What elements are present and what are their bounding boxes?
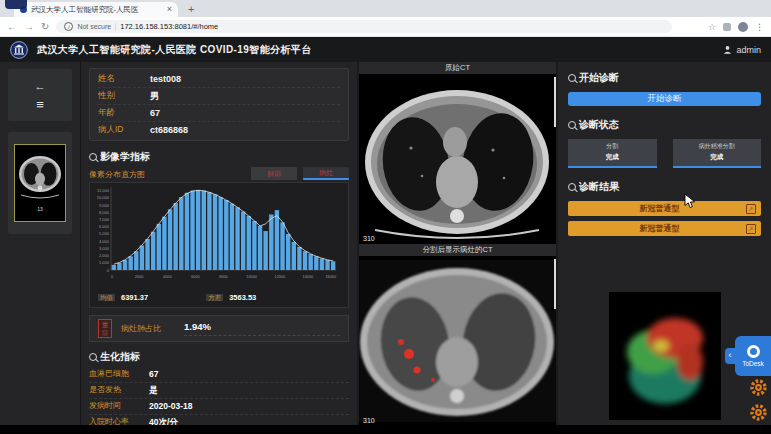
slice-number: 310	[363, 417, 375, 424]
diagnosis-status-card[interactable]: 分割完成	[568, 139, 657, 168]
histogram-bar	[112, 265, 116, 270]
viewport-scrollbar[interactable]	[554, 77, 557, 127]
info-icon[interactable]: i	[64, 22, 73, 31]
back-icon[interactable]: ←	[7, 21, 17, 32]
segmented-ct-image	[359, 256, 556, 426]
external-link-icon: ↗	[746, 224, 756, 234]
patient-row: 病人IDct686868	[98, 122, 340, 138]
biochem-row-label: 发病时间	[89, 401, 149, 411]
floating-gear-icon[interactable]	[748, 402, 769, 423]
histogram-bar	[179, 197, 183, 270]
viewport-scrollbar[interactable]	[554, 259, 557, 309]
bookmark-star-icon[interactable]: ☆	[708, 22, 716, 32]
x-axis-tick: 16000	[325, 275, 336, 279]
app-header: 武汉大学人工智能研究院-人民医院 COVID-19智能分析平台 admin	[0, 37, 771, 62]
biochem-row: 血淋巴细胞67	[89, 367, 349, 383]
lesion-ratio-value: 1.94%	[184, 321, 340, 336]
extension-icon[interactable]	[723, 23, 731, 31]
page-title: 武汉大学人工智能研究院-人民医院 COVID-19智能分析平台	[37, 43, 312, 57]
histogram-toggle[interactable]: 肺部	[251, 167, 297, 180]
forward-icon[interactable]: →	[24, 21, 34, 32]
tab-close-icon[interactable]: ×	[167, 5, 172, 14]
histogram-card: 11,00010,0009,0008,0007,0006,0005,0004,0…	[89, 182, 349, 308]
biochem-section-header: 生化指标	[89, 350, 349, 364]
magnifier-icon	[568, 183, 576, 191]
histogram-bar	[331, 261, 335, 270]
x-axis-tick: 2000	[135, 275, 143, 279]
browser-navbar: ← → ↻ i Not secure 172.16.158.153:8081/#…	[0, 17, 771, 37]
histogram-bar	[173, 203, 177, 270]
patient-row-label: 病人ID	[98, 124, 150, 136]
todesk-widget[interactable]: ToDesk	[735, 336, 771, 376]
y-axis-tick: 9,000	[99, 203, 110, 208]
y-axis-tick: 11,000	[97, 188, 110, 193]
magnifier-icon	[89, 153, 97, 161]
security-label: Not secure	[77, 23, 111, 30]
y-axis-tick: 3,000	[99, 246, 110, 251]
result-section-title: 诊断结果	[579, 180, 619, 194]
histogram-stat-label: 方差	[206, 294, 223, 301]
browser-tab-strip: 武汉大学人工智能研究院-人民医 × +	[0, 0, 771, 17]
start-section-title: 开始诊断	[579, 71, 619, 85]
patient-row-value: 男	[150, 90, 159, 103]
histogram-bar	[123, 260, 127, 270]
histogram-bar	[320, 258, 324, 270]
start-diagnosis-button[interactable]: 开始诊断	[568, 92, 761, 106]
browser-tab[interactable]: 武汉大学人工智能研究院-人民医 ×	[14, 2, 178, 17]
histogram-stat: 均值6391.37	[98, 286, 148, 304]
back-arrow-icon[interactable]: ←	[35, 81, 46, 92]
histogram-bar	[168, 209, 172, 270]
y-axis-tick: 0	[107, 268, 110, 273]
ct-viewer-panel: 原始CT 310 分割后显示病灶的CT	[357, 62, 558, 426]
todesk-logo-icon	[747, 345, 760, 358]
biochem-row-value: 67	[149, 369, 158, 380]
original-ct-label: 原始CT	[359, 62, 556, 74]
diagnosis-result-button[interactable]: 新冠普通型↗	[568, 201, 761, 216]
status-card-state: 完成	[568, 153, 657, 162]
lesion-3d-render[interactable]	[609, 292, 721, 420]
diagnosis-result-button[interactable]: 新冠普通型↗	[568, 221, 761, 236]
patient-row-value: test008	[150, 74, 181, 84]
user-menu[interactable]: admin	[723, 45, 761, 55]
segmented-ct-label: 分割后显示病灶的CT	[359, 244, 556, 256]
histogram-bar	[151, 232, 155, 270]
slice-number: 310	[363, 235, 375, 242]
histogram-bar	[314, 256, 318, 270]
diagnosis-status-card[interactable]: 病灶精准分割完成	[673, 139, 762, 168]
histogram-bar	[297, 247, 301, 270]
browser-actions: ☆ ⋮	[708, 22, 764, 32]
histogram-header-row: 像素分布直方图 肺部病灶	[89, 167, 349, 180]
y-axis-tick: 7,000	[99, 217, 110, 222]
histogram-bar	[213, 194, 217, 270]
histogram-bar	[235, 207, 239, 270]
patient-panel: 姓名test008性别男年龄67病人IDct686868 影像学指标 像素分布直…	[80, 62, 357, 426]
new-tab-button[interactable]: +	[188, 3, 194, 15]
browser-menu-icon[interactable]: ⋮	[755, 22, 764, 32]
histogram-bar	[145, 239, 149, 270]
histogram-bar	[325, 260, 329, 270]
segmented-ct-viewport[interactable]: 310	[359, 256, 556, 426]
thumbnail-index: 13	[37, 206, 43, 212]
patient-row-value: 67	[150, 108, 160, 118]
todesk-collapse-tab[interactable]: ‹	[725, 348, 735, 364]
histogram-bar	[292, 242, 296, 270]
profile-avatar[interactable]	[738, 22, 748, 32]
floating-gear-icon[interactable]	[748, 377, 769, 398]
histogram-bar	[190, 191, 194, 270]
ct-series-thumbnail[interactable]: 13	[14, 144, 66, 222]
original-ct-viewport[interactable]: 310	[359, 74, 556, 244]
histogram-subtitle: 像素分布直方图	[89, 169, 145, 180]
severity-badge: 重症	[98, 319, 112, 338]
histogram-toggle-group: 肺部病灶	[251, 167, 349, 180]
patient-row: 年龄67	[98, 105, 340, 122]
todesk-label: ToDesk	[742, 360, 764, 367]
hamburger-menu-icon[interactable]: ≡	[36, 99, 44, 110]
patient-row-label: 姓名	[98, 73, 150, 85]
series-thumbnail-card: 13	[8, 132, 72, 234]
histogram-bar	[263, 231, 267, 270]
histogram-bar	[308, 254, 312, 270]
reload-icon[interactable]: ↻	[41, 21, 49, 32]
biochem-row-value: 是	[149, 385, 158, 396]
histogram-toggle[interactable]: 病灶	[303, 167, 349, 180]
address-bar[interactable]: i Not secure 172.16.158.153:8081/#/home	[56, 20, 672, 33]
